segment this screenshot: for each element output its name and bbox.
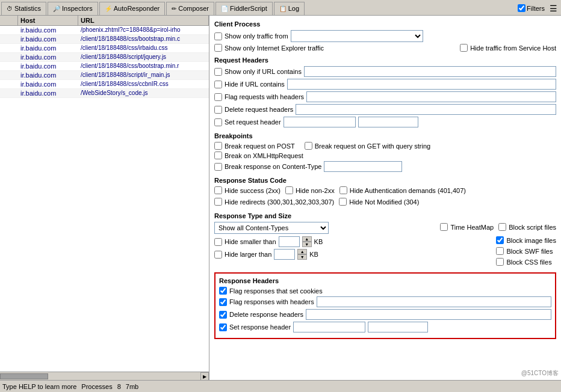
hide-success-checkbox[interactable] (214, 186, 222, 194)
smaller-down-button[interactable]: ▼ (302, 242, 312, 247)
show-traffic-from-label: Show only traffic from (225, 32, 288, 40)
delete-response-headers-checkbox[interactable] (219, 311, 227, 319)
content-type-dropdown[interactable]: Show all Content-Types (214, 222, 329, 234)
table-row[interactable]: ir.baidu.com /client/18/188488/script/jq… (0, 53, 209, 62)
hide-service-host-label: Hide traffic from Service Host (470, 44, 556, 52)
inspectors-icon: 🔎 (53, 5, 60, 12)
hide-not-modified-checkbox[interactable] (339, 198, 347, 206)
tab-composer[interactable]: ✏ Composer (166, 2, 214, 15)
response-headers-section: Response Headers Flag responses that set… (214, 272, 556, 339)
break-post-checkbox[interactable] (214, 142, 222, 150)
hide-redirects-checkbox[interactable] (214, 198, 222, 206)
block-script-checkbox[interactable] (498, 223, 506, 231)
break-xml-checkbox[interactable] (214, 152, 222, 159)
traffic-from-dropdown[interactable] (291, 30, 423, 42)
time-heatmap-checkbox[interactable] (440, 223, 448, 231)
flag-headers-checkbox[interactable] (214, 93, 222, 101)
smaller-up-button[interactable]: ▲ (302, 236, 312, 242)
hide-url-row: Hide if URL contains (214, 79, 556, 90)
tab-fiddlerscript[interactable]: 📄 FiddlerScript (215, 2, 273, 15)
main-container: ⏱ Statistics 🔎 Inspectors ⚡ AutoResponde… (0, 0, 561, 392)
tab-inspectors[interactable]: 🔎 Inspectors (48, 2, 98, 15)
hide-larger-checkbox[interactable] (214, 251, 222, 259)
hide-non2xx-checkbox[interactable] (285, 186, 293, 194)
block-swf-checkbox[interactable] (496, 247, 504, 255)
table-row[interactable]: ir.baidu.com /client/18/188488/css/ccbnI… (0, 80, 209, 89)
block-image-label: Block image files (506, 237, 556, 244)
larger-kb-label: KB (309, 251, 318, 258)
hide-url-label: Hide if URL contains (225, 81, 285, 88)
tab-log[interactable]: 📋 Log (274, 2, 305, 15)
show-ie-checkbox[interactable] (214, 44, 222, 52)
hide-redirects-label: Hide redirects (300,301,302,303,307) (225, 198, 334, 206)
set-request-header-input1[interactable] (284, 117, 356, 127)
flag-with-headers-input[interactable] (317, 296, 551, 307)
break-content-type-checkbox[interactable] (214, 163, 222, 171)
show-only-url-label: Show only if URL contains (225, 68, 302, 75)
delete-request-headers-row: Delete request headers (214, 104, 556, 115)
smaller-spinner: ▲ ▼ (302, 236, 312, 247)
hide-smaller-label: Hide smaller than (225, 238, 276, 245)
hide-smaller-checkbox[interactable] (214, 238, 222, 246)
block-css-checkbox[interactable] (496, 258, 504, 266)
block-image-checkbox[interactable] (496, 236, 504, 244)
set-response-header-input2[interactable] (368, 322, 428, 332)
horizontal-scrollbar[interactable]: ▶ (0, 372, 209, 380)
table-row[interactable]: ir.baidu.com /WebSideStory/s_code.js (0, 89, 209, 98)
delete-request-headers-input[interactable] (296, 104, 556, 115)
status-hint: Type HELP to learn more (2, 383, 76, 390)
flag-cookies-checkbox[interactable] (219, 287, 227, 295)
set-response-header-input1[interactable] (293, 322, 365, 332)
table-row[interactable]: ir.baidu.com /client/18/188488/script/ir… (0, 71, 209, 80)
hamburger-menu[interactable]: ☰ (547, 4, 560, 13)
hide-url-checkbox[interactable] (214, 81, 222, 88)
show-only-url-checkbox[interactable] (214, 68, 222, 76)
flag-with-headers-checkbox[interactable] (219, 298, 227, 306)
breakpoints-label: Breakpoints (214, 132, 556, 139)
larger-down-button[interactable]: ▼ (297, 254, 307, 260)
show-traffic-from-checkbox[interactable] (214, 32, 222, 40)
table-row[interactable]: ir.baidu.com /client/18/188488/css/irbai… (0, 44, 209, 53)
scroll-right-arrow[interactable]: ▶ (200, 372, 209, 380)
set-response-header-checkbox[interactable] (219, 323, 227, 331)
tab-autoresponder[interactable]: ⚡ AutoResponder (99, 2, 165, 15)
hide-larger-row: Hide larger than 1 ▲ ▼ KB (214, 249, 491, 260)
delete-request-headers-checkbox[interactable] (214, 106, 222, 114)
composer-icon: ✏ (172, 5, 176, 12)
break-content-type-input[interactable] (324, 161, 402, 172)
filters-panel: Client Process Show only traffic from Sh… (209, 16, 561, 380)
hide-smaller-row: Hide smaller than 1 ▲ ▼ KB (214, 236, 491, 247)
show-ie-row: Show only Internet Explorer traffic Hide… (214, 44, 556, 52)
show-only-url-input[interactable] (304, 66, 556, 77)
response-status-row2: Hide redirects (300,301,302,303,307) Hid… (214, 198, 556, 207)
hide-smaller-input[interactable]: 1 (279, 236, 300, 247)
hide-service-host-checkbox[interactable] (460, 44, 468, 52)
table-row[interactable]: ir.baidu.com /phoenix.zhtml?c=188488&p=i… (0, 26, 209, 35)
set-request-header-input2[interactable] (358, 117, 418, 127)
flag-headers-input[interactable] (306, 91, 556, 102)
hide-auth-checkbox[interactable] (339, 186, 347, 194)
tab-statistics[interactable]: ⏱ Statistics (1, 2, 46, 15)
scrollbar-thumb[interactable] (0, 373, 48, 379)
hide-auth-label: Hide Authentication demands (401,407) (350, 187, 466, 194)
autoresponder-icon: ⚡ (105, 5, 112, 12)
status-count: 8 (117, 383, 121, 390)
status-processes-label: Processes (81, 383, 112, 390)
break-get-checkbox[interactable] (305, 142, 312, 150)
delete-response-headers-input[interactable] (306, 309, 551, 320)
hide-url-input[interactable] (287, 79, 556, 90)
table-row[interactable]: ir.baidu.com /client/18/188488/css/boots… (0, 35, 209, 44)
filters-checkbox-group: Filters (518, 4, 545, 12)
log-icon: 📋 (279, 5, 287, 12)
status-bar: Type HELP to learn more Processes 8 7mb (0, 380, 561, 392)
break-content-type-row: Break response on Content-Type (214, 161, 556, 172)
set-request-header-row: Set request header (214, 117, 556, 127)
traffic-panel: Host URL ir.baidu.com /phoenix.zhtml?c=1… (0, 16, 209, 380)
filters-label: Filters (527, 5, 545, 12)
status-size: 7mb (126, 383, 138, 390)
set-request-header-checkbox[interactable] (214, 118, 222, 126)
hide-larger-input[interactable]: 1 (274, 249, 295, 260)
table-row[interactable]: ir.baidu.com /client/18/188488/css/boots… (0, 62, 209, 71)
larger-up-button[interactable]: ▲ (297, 249, 307, 254)
filters-checkbox[interactable] (518, 4, 525, 12)
